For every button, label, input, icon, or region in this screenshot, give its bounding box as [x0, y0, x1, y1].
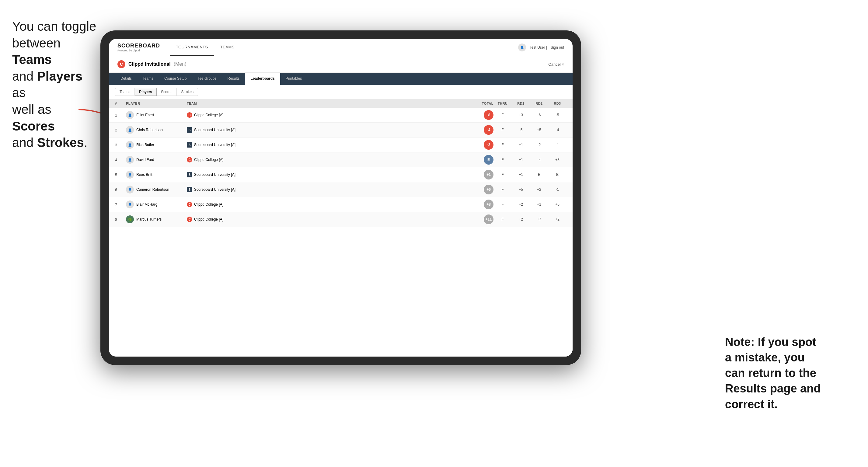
- logo-text: SCOREBOARD: [118, 42, 160, 49]
- table-row: 2 👤 Chris Robertson S Scoreboard Univers…: [109, 123, 572, 137]
- tab-nav: Details Teams Course Setup Tee Groups Re…: [109, 73, 572, 85]
- tournament-title: C Clippd Invitational (Men): [118, 60, 186, 68]
- team-cell: S Scoreboard University [A]: [187, 187, 463, 192]
- rd2-cell: +2: [530, 187, 548, 192]
- player-name: Cameron Robertson: [136, 187, 169, 192]
- col-rd2: RD2: [530, 102, 548, 105]
- player-cell: 👤 David Ford: [126, 156, 187, 164]
- rd1-cell: +2: [512, 202, 530, 207]
- annotation-strokes: Strokes: [37, 135, 84, 150]
- tab-teams[interactable]: Teams: [137, 73, 159, 85]
- sub-tab-bar: Teams Players Scores Strokes: [109, 85, 572, 99]
- team-name: Scoreboard University [A]: [194, 128, 236, 132]
- col-team: TEAM: [187, 102, 463, 105]
- total-cell: -2: [463, 140, 494, 150]
- team-cell: C Clippd College [A]: [187, 202, 463, 207]
- tournament-logo: C: [118, 60, 125, 68]
- col-player: PLAYER: [126, 102, 187, 105]
- rd1-cell: -5: [512, 128, 530, 132]
- player-name: Chris Robertson: [136, 128, 163, 132]
- tab-details[interactable]: Details: [115, 73, 137, 85]
- sub-tab-strokes[interactable]: Strokes: [177, 88, 198, 96]
- sub-tab-players[interactable]: Players: [135, 88, 157, 96]
- table-row: 8 🌿 Marcus Turners C Clippd College [A] …: [109, 212, 572, 227]
- rd3-cell: -4: [548, 128, 566, 132]
- leaderboard-table: # PLAYER TEAM TOTAL THRU RD1 RD2 RD3 1 👤…: [109, 99, 572, 356]
- rd1-cell: +3: [512, 113, 530, 117]
- rd1-cell: +1: [512, 143, 530, 147]
- team-logo: S: [187, 172, 192, 177]
- rd1-cell: +2: [512, 217, 530, 221]
- team-logo: S: [187, 187, 192, 192]
- team-cell: C Clippd College [A]: [187, 157, 463, 162]
- cancel-button[interactable]: Cancel ×: [548, 62, 564, 67]
- player-name: Rich Butler: [136, 143, 154, 147]
- thru-cell: F: [494, 173, 512, 177]
- player-avatar: 🌿: [126, 215, 134, 223]
- annotation-line1: You can toggle: [12, 19, 96, 33]
- tab-results[interactable]: Results: [222, 73, 245, 85]
- player-avatar: 👤: [126, 200, 134, 209]
- rd2-cell: E: [530, 173, 548, 177]
- team-cell: C Clippd College [A]: [187, 112, 463, 118]
- player-avatar: 👤: [126, 126, 134, 134]
- player-cell: 👤 Chris Robertson: [126, 126, 187, 134]
- tournament-name: Clippd Invitational: [128, 61, 171, 67]
- row-pos: 1: [115, 113, 126, 118]
- table-row: 1 👤 Elliot Ebert C Clippd College [A] -8…: [109, 108, 572, 123]
- team-cell: C Clippd College [A]: [187, 217, 463, 222]
- player-name: Elliot Ebert: [136, 113, 154, 117]
- tab-leaderboards[interactable]: Leaderboards: [245, 73, 280, 85]
- table-row: 3 👤 Rich Butler S Scoreboard University …: [109, 137, 572, 152]
- annotation-teams: Teams: [12, 52, 52, 67]
- team-logo: S: [187, 142, 192, 148]
- rd2-cell: -6: [530, 113, 548, 117]
- table-row: 5 👤 Rees Britt S Scoreboard University […: [109, 167, 572, 182]
- player-avatar: 👤: [126, 156, 134, 164]
- thru-cell: F: [494, 187, 512, 192]
- player-name: Rees Britt: [136, 173, 152, 177]
- team-logo: S: [187, 127, 192, 133]
- score-badge: -2: [484, 140, 494, 150]
- player-cell: 👤 Rich Butler: [126, 141, 187, 149]
- player-avatar: 👤: [126, 186, 134, 193]
- player-avatar: 👤: [126, 171, 134, 179]
- sign-out-link[interactable]: Sign out: [551, 45, 564, 50]
- total-cell: +6: [463, 185, 494, 194]
- col-pos: #: [115, 102, 126, 105]
- player-name: David Ford: [136, 158, 154, 162]
- tab-course-setup[interactable]: Course Setup: [159, 73, 192, 85]
- annotation-scores: Scores: [12, 119, 55, 133]
- rd3-cell: -1: [548, 187, 566, 192]
- score-badge: -4: [484, 125, 494, 135]
- team-cell: S Scoreboard University [A]: [187, 172, 463, 177]
- score-badge: -8: [484, 110, 494, 120]
- team-cell: S Scoreboard University [A]: [187, 142, 463, 148]
- rd2-cell: +7: [530, 217, 548, 221]
- tab-tee-groups[interactable]: Tee Groups: [192, 73, 222, 85]
- tournament-gender: (Men): [174, 61, 186, 67]
- rd2-cell: +5: [530, 128, 548, 132]
- team-logo: C: [187, 202, 192, 207]
- tournament-header: C Clippd Invitational (Men) Cancel ×: [109, 56, 572, 73]
- score-badge: +6: [484, 185, 494, 194]
- thru-cell: F: [494, 202, 512, 207]
- logo: SCOREBOARD Powered by clippd: [118, 42, 160, 52]
- nav-links: TOURNAMENTS TEAMS: [170, 39, 518, 56]
- row-pos: 2: [115, 128, 126, 132]
- rd1-cell: +1: [512, 158, 530, 162]
- col-rd1: RD1: [512, 102, 530, 105]
- nav-teams[interactable]: TEAMS: [214, 39, 241, 56]
- nav-tournaments[interactable]: TOURNAMENTS: [170, 39, 214, 56]
- total-cell: +8: [463, 199, 494, 209]
- team-logo: C: [187, 217, 192, 222]
- sub-tab-teams[interactable]: Teams: [115, 88, 135, 96]
- sub-tab-scores[interactable]: Scores: [157, 88, 177, 96]
- table-row: 7 👤 Blair McHarg C Clippd College [A] +8…: [109, 197, 572, 212]
- score-badge: +8: [484, 199, 494, 209]
- tab-printables[interactable]: Printables: [280, 73, 307, 85]
- user-name: Test User |: [530, 45, 547, 50]
- team-name: Scoreboard University [A]: [194, 173, 236, 177]
- col-thru: THRU: [494, 102, 512, 105]
- team-name: Clippd College [A]: [194, 158, 223, 162]
